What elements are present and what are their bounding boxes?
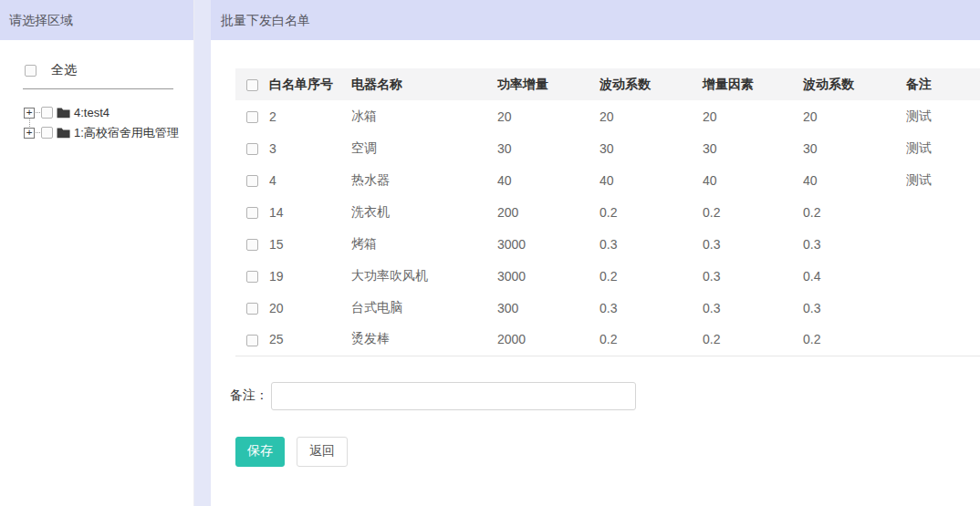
cell-factor: 20 [703,100,803,132]
button-row: 保存 返回 [235,437,980,467]
table-row: 19 大功率吹风机 3000 0.2 0.3 0.4 [235,260,980,292]
remark-label: 备注： [230,387,268,404]
cell-wave1: 20 [599,100,703,132]
cell-appliance: 热水器 [351,164,497,196]
select-all-label: 全选 [51,62,77,78]
back-button[interactable]: 返回 [297,437,348,467]
tree-item-label[interactable]: 1:高校宿舍用电管理 [74,125,179,141]
select-all-checkbox[interactable] [25,65,36,77]
region-sidebar: 请选择区域 全选 + 4:test4 + 1:高校宿舍用电管理 [0,0,194,506]
cell-factor: 0.2 [703,324,803,356]
tree-checkbox-test4[interactable] [41,107,53,119]
expand-icon[interactable]: + [24,128,35,139]
table-row: 2 冰箱 20 20 20 20 测试 [235,100,980,132]
table-row: 25 烫发棒 2000 0.2 0.2 0.2 [235,324,980,356]
cell-seq: 3 [269,132,351,164]
cell-remark [906,196,980,228]
cell-power: 30 [497,132,599,164]
select-all-row: 全选 [25,63,193,77]
cell-wave1: 0.2 [599,260,703,292]
cell-remark [906,228,980,260]
main-content: 白名单序号 电器名称 功率增量 波动系数 增量因素 波动系数 备注 2 冰箱 2… [211,68,980,467]
cell-power: 20 [497,100,599,132]
cell-wave2: 0.2 [803,324,906,356]
cell-seq: 19 [269,260,351,292]
folder-icon [57,127,70,139]
cell-power: 2000 [497,324,599,356]
tree-item-label[interactable]: 4:test4 [74,106,109,119]
cell-wave2: 0.3 [803,292,906,324]
cell-wave2: 20 [803,100,906,132]
cell-seq: 14 [269,196,351,228]
cell-wave1: 0.2 [599,324,703,356]
cell-seq: 25 [269,324,351,356]
row-checkbox[interactable] [246,271,258,283]
cell-wave1: 40 [599,164,703,196]
table-row: 14 洗衣机 200 0.2 0.2 0.2 [235,196,980,228]
cell-seq: 20 [269,292,351,324]
sidebar-title: 请选择区域 [0,0,193,40]
tree-dots [36,132,40,133]
cell-power: 3000 [497,260,599,292]
cell-appliance: 烤箱 [351,228,497,260]
cell-appliance: 洗衣机 [351,196,497,228]
folder-icon [57,107,70,119]
cell-appliance: 烫发棒 [351,324,497,356]
col-seq: 白名单序号 [269,68,351,100]
row-checkbox[interactable] [246,175,258,187]
table-row: 20 台式电脑 300 0.3 0.3 0.3 [235,292,980,324]
row-checkbox[interactable] [246,239,258,251]
cell-appliance: 台式电脑 [351,292,497,324]
whitelist-panel: 批量下发白名单 白名单序号 电器名称 功率增量 波动系数 增量因素 波动系数 备… [211,0,980,506]
col-increment-factor: 增量因素 [703,68,803,100]
cell-appliance: 冰箱 [351,100,497,132]
sidebar-divider [23,88,173,89]
header-select-checkbox[interactable] [246,79,258,91]
cell-remark: 测试 [906,164,980,196]
cell-wave1: 30 [599,132,703,164]
col-wave-coefficient-2: 波动系数 [803,68,906,100]
cell-power: 300 [497,292,599,324]
cell-factor: 0.2 [703,196,803,228]
table-row: 3 空调 30 30 30 30 测试 [235,132,980,164]
cell-appliance: 空调 [351,132,497,164]
col-appliance: 电器名称 [351,68,497,100]
remark-row: 备注： [230,382,980,410]
cell-wave2: 30 [803,132,906,164]
page-title: 批量下发白名单 [211,0,980,40]
cell-power: 200 [497,196,599,228]
cell-wave1: 0.3 [599,292,703,324]
cell-factor: 40 [703,164,803,196]
row-checkbox[interactable] [246,303,258,315]
table-row: 15 烤箱 3000 0.3 0.3 0.3 [235,228,980,260]
cell-seq: 4 [269,164,351,196]
cell-remark [906,324,980,356]
cell-remark [906,292,980,324]
remark-input[interactable] [271,382,636,410]
col-remark: 备注 [906,68,980,100]
tree-item-test4[interactable]: + 4:test4 [24,105,193,120]
whitelist-table: 白名单序号 电器名称 功率增量 波动系数 增量因素 波动系数 备注 2 冰箱 2… [235,68,980,356]
save-button[interactable]: 保存 [235,437,285,467]
row-checkbox[interactable] [246,111,258,123]
cell-seq: 2 [269,100,351,132]
region-tree: + 4:test4 + 1:高校宿舍用电管理 [24,105,193,140]
cell-power: 40 [497,164,599,196]
cell-remark: 测试 [906,100,980,132]
cell-wave2: 0.2 [803,196,906,228]
row-checkbox[interactable] [246,143,258,155]
expand-icon[interactable]: + [24,108,35,119]
table-header-row: 白名单序号 电器名称 功率增量 波动系数 增量因素 波动系数 备注 [235,68,980,100]
tree-item-dorm-power[interactable]: + 1:高校宿舍用电管理 [24,125,193,140]
row-checkbox[interactable] [246,335,258,346]
row-checkbox[interactable] [246,207,258,219]
cell-appliance: 大功率吹风机 [351,260,497,292]
cell-factor: 30 [703,132,803,164]
cell-wave1: 0.2 [599,196,703,228]
tree-checkbox-dorm-power[interactable] [41,127,53,139]
cell-seq: 15 [269,228,351,260]
cell-remark: 测试 [906,132,980,164]
cell-wave1: 0.3 [599,228,703,260]
cell-power: 3000 [497,228,599,260]
cell-factor: 0.3 [703,260,803,292]
